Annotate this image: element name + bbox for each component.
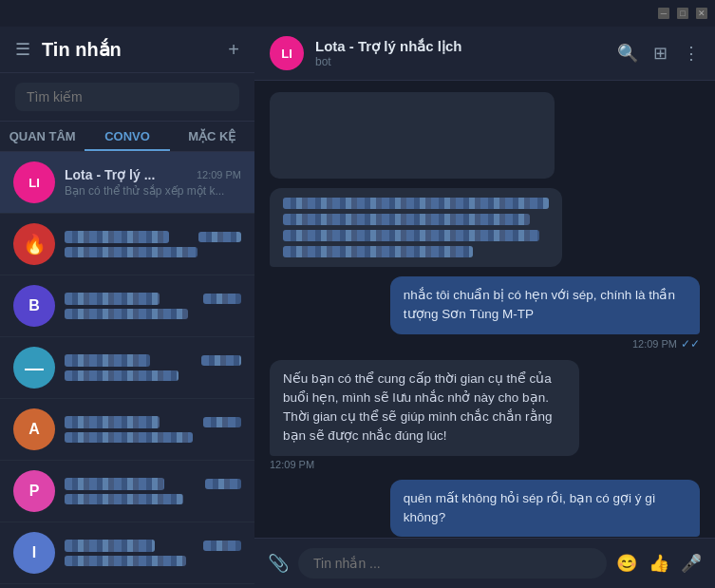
avatar: 🔥 [13,223,55,265]
avatar: A [13,408,55,450]
messages-container: nhắc tôi chuẩn bị có hẹn với sép, chính … [254,81,715,538]
blurred-preview-bar [65,247,198,257]
tab-convo[interactable]: CONVO [85,122,169,151]
chat-avatar: LI [270,36,304,70]
message-row: Nếu bạn có thể cung cấp thời gian cụ thể… [270,360,700,470]
blurred-preview-bar [65,432,193,443]
blurred-name-bar [65,416,160,428]
microphone-icon[interactable]: 🎤 [681,553,702,574]
conv-info [65,293,241,319]
chat-header-info: Lota - Trợ lý nhắc lịch bot [315,38,606,68]
message-row [270,92,700,179]
close-button[interactable]: ✕ [696,8,707,19]
avatar: P [13,470,55,512]
conv-info [65,354,241,381]
blurred-name-bar [65,478,164,490]
blurred-time-bar [201,355,241,366]
thumbsup-icon[interactable]: 👍 [649,553,669,574]
conv-info [65,231,241,257]
list-item[interactable]: LI Lota - Trợ lý ... 12:09 PM Bạn có thể… [0,152,254,214]
blurred-time-bar [203,541,241,551]
sidebar: ☰ Tin nhắn + QUAN TÂM CONVO MẶC KỆ LI Lo… [0,27,254,588]
search-input[interactable] [15,83,239,111]
blurred-time-bar [203,294,241,304]
blurred-preview-bar [65,370,179,381]
sidebar-title: Tin nhắn [42,38,216,61]
blurred-name-bar [65,231,169,243]
minimize-button[interactable]: ─ [658,8,669,19]
message-row [270,188,700,267]
list-item[interactable]: I [0,522,254,584]
received-image [279,100,545,166]
chat-area: LI Lota - Trợ lý nhắc lịch bot 🔍 ⊞ ⋮ [254,27,715,588]
list-item[interactable]: — [0,337,254,399]
blurred-preview-bar [65,494,183,504]
chat-header-actions: 🔍 ⊞ ⋮ [617,43,700,64]
app-container: ☰ Tin nhắn + QUAN TÂM CONVO MẶC KỆ LI Lo… [0,27,715,588]
search-bar [0,73,254,122]
conv-info: Lota - Trợ lý ... 12:09 PM Bạn có thể th… [65,167,241,198]
layout-icon[interactable]: ⊞ [653,43,668,64]
blurred-time-bar [198,232,241,242]
list-item[interactable]: 🔥 [0,214,254,275]
conv-name: Lota - Trợ lý ... [65,167,155,182]
list-item[interactable]: P [0,461,254,522]
blurred-preview-bar [65,556,186,566]
emoji-icon[interactable]: 😊 [616,553,637,574]
avatar: I [13,532,55,574]
blurred-preview-bar [65,309,188,319]
chat-input-area: 📎 😊 👍 🎤 [254,538,715,588]
tab-quan-tam[interactable]: QUAN TÂM [0,122,85,151]
tab-mac-ke[interactable]: MẶC KỆ [170,122,254,151]
avatar: — [13,347,55,389]
conv-time: 12:09 PM [197,169,241,180]
blurred-text-bar [283,198,549,209]
message-bubble: Nếu bạn có thể cung cấp thời gian cụ thể… [270,360,579,456]
conversation-list: LI Lota - Trợ lý ... 12:09 PM Bạn có thể… [0,152,254,588]
menu-icon[interactable]: ☰ [15,39,30,60]
list-item[interactable]: A [0,399,254,461]
message-text: quên mất không hỏi sép rồi, bạn có gợi ý… [404,491,656,524]
message-text: Nếu bạn có thể cung cấp thời gian cụ thể… [283,371,553,444]
blurred-name-bar [65,540,155,552]
conv-info [65,540,241,566]
message-meta: 12:09 PM [270,459,314,470]
blurred-text-bar [283,214,530,225]
conv-info [65,478,241,504]
add-conversation-icon[interactable]: + [228,39,239,61]
avatar: LI [13,161,55,203]
maximize-button[interactable]: □ [677,8,688,19]
tabs-row: QUAN TÂM CONVO MẶC KỆ [0,122,254,152]
blurred-text-bar [283,230,539,241]
message-text: nhắc tôi chuẩn bị có hẹn với sép, chính … [404,288,675,321]
message-meta: 12:09 PM ✓✓ [632,337,700,351]
message-input[interactable] [298,548,607,579]
blurred-time-bar [205,479,241,489]
chat-name: Lota - Trợ lý nhắc lịch [315,38,606,55]
check-marks-icon: ✓✓ [681,337,700,351]
message-bubble [270,188,562,267]
blurred-name-bar [65,293,160,305]
search-icon[interactable]: 🔍 [617,43,638,64]
message-time: 12:09 PM [270,459,314,470]
chat-sub: bot [315,55,606,68]
conv-preview: Bạn có thể thử sắp xếp một k... [65,184,241,198]
message-row: nhắc tôi chuẩn bị có hẹn với sép, chính … [270,276,700,351]
message-bubble [270,92,555,179]
message-row: quên mất không hỏi sép rồi, bạn có gợi ý… [270,480,700,539]
conv-info [65,416,241,443]
blurred-name-bar [65,354,150,367]
input-actions: 😊 👍 🎤 [616,553,702,574]
more-options-icon[interactable]: ⋮ [683,43,700,64]
message-bubble: nhắc tôi chuẩn bị có hẹn với sép, chính … [390,276,700,334]
blurred-time-bar [203,417,241,427]
sidebar-header: ☰ Tin nhắn + [0,27,254,73]
list-item[interactable]: B [0,275,254,337]
message-time: 12:09 PM [632,338,677,350]
chat-header: LI Lota - Trợ lý nhắc lịch bot 🔍 ⊞ ⋮ [254,27,715,81]
blurred-text-bar [283,246,473,257]
avatar: B [13,285,55,327]
attachment-icon[interactable]: 📎 [268,553,289,574]
title-bar: ─ □ ✕ [0,0,715,27]
message-bubble: quên mất không hỏi sép rồi, bạn có gợi ý… [390,480,700,538]
